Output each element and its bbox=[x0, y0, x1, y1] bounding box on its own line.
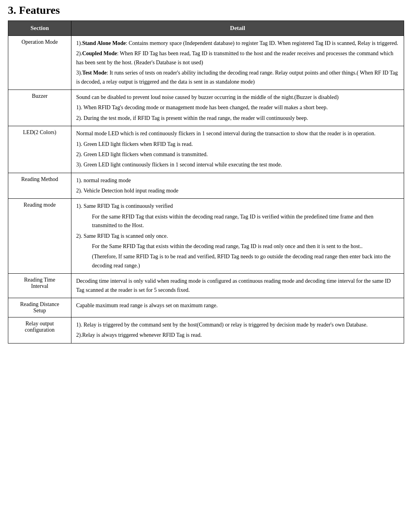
detail-cell: 1). Same RFID Tag is continuously verifi… bbox=[71, 199, 404, 274]
header-detail: Detail bbox=[71, 21, 404, 36]
detail-cell: 1). normal reading mode2). Vehicle Detec… bbox=[71, 173, 404, 199]
section-cell: LED(2 Colors) bbox=[8, 126, 71, 173]
page-container: 3. Features Section Detail Operation Mod… bbox=[0, 0, 412, 351]
table-row: Reading DistanceSetupCapable maximum rea… bbox=[8, 298, 404, 317]
section-cell: Relay outputconfiguration bbox=[8, 317, 71, 343]
detail-cell: Sound can be disabled to prevent loud no… bbox=[71, 90, 404, 126]
table-row: Operation Mode1).Stand Alone Mode: Conta… bbox=[8, 36, 404, 90]
detail-cell: Decoding time interval is only valid whe… bbox=[71, 274, 404, 298]
features-table: Section Detail Operation Mode1).Stand Al… bbox=[8, 21, 404, 343]
page-title: 3. Features bbox=[8, 4, 404, 17]
table-row: Reading Method1). normal reading mode2).… bbox=[8, 173, 404, 199]
detail-cell: 1).Stand Alone Mode: Contains memory spa… bbox=[71, 36, 404, 90]
section-cell: Buzzer bbox=[8, 90, 71, 126]
detail-cell: Capable maximum read range is always set… bbox=[71, 298, 404, 317]
section-cell: Reading TimeInterval bbox=[8, 274, 71, 298]
section-cell: Reading DistanceSetup bbox=[8, 298, 71, 317]
section-cell: Reading mode bbox=[8, 199, 71, 274]
table-row: LED(2 Colors)Normal mode LED which is re… bbox=[8, 126, 404, 173]
detail-cell: 1). Relay is triggered by the command se… bbox=[71, 317, 404, 343]
table-row: BuzzerSound can be disabled to prevent l… bbox=[8, 90, 404, 126]
table-row: Relay outputconfiguration1). Relay is tr… bbox=[8, 317, 404, 343]
section-cell: Operation Mode bbox=[8, 36, 71, 90]
section-cell: Reading Method bbox=[8, 173, 71, 199]
detail-cell: Normal mode LED which is red continuousl… bbox=[71, 126, 404, 173]
table-row: Reading TimeIntervalDecoding time interv… bbox=[8, 274, 404, 298]
table-row: Reading mode1). Same RFID Tag is continu… bbox=[8, 199, 404, 274]
header-section: Section bbox=[8, 21, 71, 36]
